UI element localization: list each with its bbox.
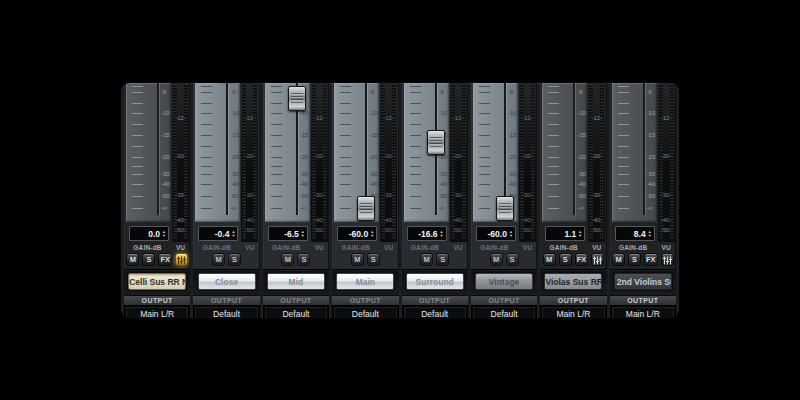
rack-button[interactable] — [591, 253, 604, 266]
vu-meter: -6--12--20--30--40--50- — [380, 83, 397, 242]
fader-track[interactable] — [157, 83, 159, 215]
fx-button[interactable]: FX — [158, 253, 172, 266]
gain-value: -0.4 — [215, 229, 230, 239]
fader-scale-tick — [201, 196, 212, 197]
spinner-down-icon[interactable]: ▼ — [301, 234, 305, 237]
solo-button[interactable]: S — [506, 253, 519, 266]
channel-name-button[interactable]: Vintage — [475, 273, 533, 290]
spinner-down-icon[interactable]: ▼ — [648, 234, 652, 237]
output-select[interactable]: Main L/R — [126, 307, 188, 318]
fader-scale-tick — [479, 196, 490, 197]
vu-scale-label: -30- — [658, 192, 675, 198]
fader-scale-label: -10 — [161, 110, 171, 116]
fader-well: -5-10-15-20-30-40-50-∞ — [542, 83, 587, 222]
gain-input[interactable]: 8.4 ▲ ▼ — [615, 226, 655, 241]
fader-scale-tick — [271, 124, 282, 125]
spinner-down-icon[interactable]: ▼ — [370, 234, 374, 237]
fader-scale-label: -20 — [300, 154, 310, 160]
output-select[interactable]: Main L/R — [542, 307, 604, 318]
channel-name-button[interactable]: Surround — [406, 273, 464, 290]
output-select[interactable]: Default — [265, 307, 327, 318]
solo-button[interactable]: S — [559, 253, 572, 266]
fader-scale-label: -30 — [647, 171, 657, 177]
fader-scale-tick — [132, 135, 143, 136]
mute-button[interactable]: M — [351, 253, 364, 266]
channel-name-button[interactable]: 2nd Violins Sus R — [614, 273, 672, 290]
gain-input[interactable]: -0.4 ▲ ▼ — [198, 226, 238, 241]
fader-scale-tick — [618, 208, 629, 209]
solo-button[interactable]: S — [628, 253, 641, 266]
gain-input[interactable]: 0.0 ▲ ▼ — [129, 226, 169, 241]
gain-input[interactable]: -60.0 ▲ ▼ — [476, 226, 516, 241]
fx-button[interactable]: FX — [575, 253, 589, 266]
fader-scale-label: -20 — [230, 154, 240, 160]
spinner-down-icon[interactable]: ▼ — [440, 234, 444, 237]
fader-scale-label: -30 — [300, 171, 310, 177]
spinner-down-icon[interactable]: ▼ — [509, 234, 513, 237]
fader-handle[interactable] — [357, 196, 375, 221]
fader-scale-tick — [548, 157, 559, 158]
channel-buttons: MS — [263, 253, 329, 267]
output-select[interactable]: Default — [404, 307, 466, 318]
fader-scale-label: -15 — [369, 132, 379, 138]
spinner-down-icon[interactable]: ▼ — [578, 234, 582, 237]
fader-scale-tick — [201, 157, 212, 158]
mute-button[interactable]: M — [420, 253, 433, 266]
fader-track[interactable] — [226, 83, 228, 215]
fader-scale-tick — [618, 184, 629, 185]
solo-button[interactable]: S — [142, 253, 155, 266]
vu-scale-label: -40- — [311, 217, 328, 223]
fader-scale-label: -5 — [439, 89, 449, 95]
solo-button[interactable]: S — [297, 253, 310, 266]
gain-input[interactable]: -60.0 ▲ ▼ — [337, 226, 377, 241]
solo-button[interactable]: S — [228, 253, 241, 266]
vu-scale-label: -12- — [380, 115, 397, 121]
spinner-down-icon[interactable]: ▼ — [231, 234, 235, 237]
fader-scale-tick — [410, 208, 421, 209]
channel-name-button[interactable]: Close — [198, 273, 256, 290]
fader-handle[interactable] — [496, 196, 514, 221]
spinner-down-icon[interactable]: ▼ — [162, 234, 166, 237]
fader-scale-label: -20 — [369, 154, 379, 160]
output-select[interactable]: Default — [195, 307, 257, 318]
vu-label: VU — [240, 244, 259, 251]
vu-scale-label: -50- — [380, 227, 397, 233]
vu-scale-label: -6- — [311, 83, 328, 84]
output-select[interactable]: Main L/R — [612, 307, 674, 318]
mute-button[interactable]: M — [490, 253, 503, 266]
gain-input[interactable]: 1.1 ▲ ▼ — [545, 226, 585, 241]
mute-button[interactable]: M — [126, 253, 139, 266]
fader-scale-tick — [548, 113, 559, 114]
channel-name-button[interactable]: Main — [336, 273, 394, 290]
fader-scale-tick — [548, 166, 559, 167]
vu-scale-label: -20- — [241, 153, 258, 159]
gain-input[interactable]: -6.5 ▲ ▼ — [268, 226, 308, 241]
fader-track[interactable] — [573, 83, 575, 215]
fader-track[interactable] — [643, 83, 645, 215]
channel-name-button[interactable]: Mid — [267, 273, 325, 290]
fx-button[interactable]: FX — [644, 253, 658, 266]
rack-button[interactable] — [661, 253, 674, 266]
mute-button[interactable]: M — [612, 253, 625, 266]
rack-button[interactable] — [175, 253, 188, 266]
gain-value: -16.6 — [418, 229, 437, 239]
fader-handle[interactable] — [288, 86, 306, 111]
channel-name-button[interactable]: Celli Sus RR Ni — [128, 273, 186, 290]
fader-handle[interactable] — [427, 130, 445, 155]
mute-button[interactable]: M — [212, 253, 225, 266]
solo-button[interactable]: S — [436, 253, 449, 266]
vu-scale-label: -50- — [658, 227, 675, 233]
mute-button[interactable]: M — [543, 253, 556, 266]
gain-input[interactable]: -16.6 ▲ ▼ — [407, 226, 447, 241]
output-select[interactable]: Default — [473, 307, 535, 318]
fader-scale-tick — [618, 135, 629, 136]
solo-button[interactable]: S — [367, 253, 380, 266]
vu-meter: -6--12--20--30--40--50- — [450, 83, 467, 242]
output-select[interactable]: Default — [334, 307, 396, 318]
channel-name-button[interactable]: Violas Sus RR Ni — [544, 273, 602, 290]
fader-scale-tick — [132, 184, 143, 185]
vu-scale-label: -12- — [450, 115, 467, 121]
vu-scale-label: -50- — [450, 227, 467, 233]
fader-scale-tick — [201, 135, 212, 136]
mute-button[interactable]: M — [281, 253, 294, 266]
